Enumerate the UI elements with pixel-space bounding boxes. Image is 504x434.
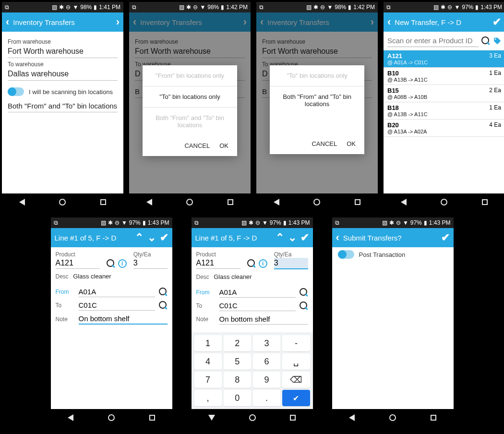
to-bin-value[interactable]: C01C — [219, 301, 296, 311]
product-list-item[interactable]: B18@ A13B -> A11C1 Ea — [384, 102, 504, 120]
to-bin-value[interactable]: C01C — [79, 300, 155, 311]
confirm-button[interactable]: ✔ — [441, 231, 450, 244]
key-9[interactable]: 9 — [253, 372, 280, 388]
dialog-opt-to[interactable]: "To" bin locations only — [270, 65, 364, 86]
key-ok[interactable]: ✔ — [282, 390, 310, 406]
search-icon[interactable] — [300, 288, 308, 297]
recents-nav-button[interactable] — [228, 199, 233, 205]
dialog-ok-button[interactable]: OK — [219, 142, 228, 149]
app-bar: ‹ Inventory Transfers › — [2, 12, 123, 32]
content: Product A121 i Qty/Ea 3 Desc Glass clean… — [192, 247, 313, 409]
scan-bin-toggle[interactable] — [8, 87, 24, 96]
to-warehouse-value[interactable]: Dallas warehouse — [8, 68, 118, 81]
back-nav-button[interactable] — [146, 199, 152, 205]
key-comma[interactable]: , — [194, 390, 222, 406]
dialog-opt-to[interactable]: "To" bin locations only — [143, 86, 237, 108]
screen-1: ⧉ ▧ ✱ ⊖ ▼ 98% ▮ 1:41 PM ‹ Inventory Tran… — [2, 2, 123, 211]
key-6[interactable]: 6 — [253, 353, 280, 370]
prev-button[interactable]: ⌃ — [276, 231, 284, 244]
bin-mode-value[interactable]: Both "From" and "To" bin locations — [8, 102, 118, 112]
recents-nav-button[interactable] — [149, 415, 155, 421]
home-nav-button[interactable] — [249, 414, 256, 421]
info-icon[interactable]: i — [259, 259, 267, 268]
app-bar-title: New Transfer, F -> D — [395, 18, 489, 26]
confirm-button[interactable]: ✔ — [300, 231, 309, 244]
home-nav-button[interactable] — [108, 414, 115, 421]
from-bin-value[interactable]: A01A — [79, 287, 155, 297]
key-space[interactable]: ␣ — [282, 353, 310, 370]
status-bar: ⧉ ▧ ✱ ⊖ ▼ 97% ▮ 1:43 PM — [384, 2, 504, 12]
back-nav-button[interactable] — [349, 414, 355, 421]
key-2[interactable]: 2 — [224, 335, 251, 351]
key-7[interactable]: 7 — [194, 372, 222, 388]
bin-mode-dialog: "From" bin locations only "To" bin locat… — [143, 65, 237, 156]
recents-nav-button[interactable] — [482, 199, 488, 205]
recents-nav-button[interactable] — [431, 415, 436, 421]
back-button[interactable]: ‹ — [6, 16, 9, 28]
back-nav-button[interactable] — [274, 199, 279, 205]
search-icon[interactable] — [159, 301, 168, 310]
key-dot[interactable]: . — [253, 390, 280, 406]
back-nav-button[interactable] — [68, 414, 73, 421]
from-bin-value[interactable]: A01A — [219, 287, 296, 298]
product-list-item[interactable]: B15@ A08B -> A10B2 Ea — [384, 85, 504, 102]
home-nav-button[interactable] — [389, 414, 396, 421]
post-transaction-toggle[interactable] — [338, 250, 354, 259]
dialog-opt-both[interactable]: Both "From" and "To" bin locations — [143, 108, 237, 135]
dialog-cancel-button[interactable]: CANCEL — [312, 140, 337, 147]
key-4[interactable]: 4 — [194, 353, 222, 370]
key-backspace[interactable]: ⌫ — [282, 372, 310, 388]
product-list-item[interactable]: A121@ A01A -> C01C3 Ea — [384, 50, 504, 68]
dialog-opt-both[interactable]: Both "From" and "To" bin locations — [270, 86, 364, 114]
recents-nav-button[interactable] — [290, 415, 296, 421]
product-list-item[interactable]: B20@ A13A -> A02A4 Ea — [384, 120, 504, 137]
next-button[interactable]: ⌄ — [147, 231, 156, 244]
search-icon[interactable] — [159, 288, 168, 296]
back-nav-button[interactable] — [19, 199, 25, 205]
search-icon[interactable] — [481, 36, 490, 45]
confirm-button[interactable]: ✔ — [160, 231, 168, 244]
back-nav-button[interactable] — [208, 415, 215, 421]
key-minus[interactable]: - — [282, 335, 310, 351]
back-nav-button[interactable] — [401, 199, 407, 205]
qty-value[interactable]: 3 — [274, 258, 308, 269]
confirm-button[interactable]: ✔ — [492, 16, 501, 28]
nav-bar — [51, 409, 172, 426]
key-5[interactable]: 5 — [224, 353, 251, 370]
dialog-ok-button[interactable]: OK — [347, 140, 356, 147]
multiwindow-icon: ⧉ — [259, 4, 264, 11]
key-3[interactable]: 3 — [253, 335, 280, 351]
home-nav-button[interactable] — [441, 199, 447, 205]
info-icon[interactable]: i — [118, 259, 127, 268]
product-value[interactable]: A121 — [196, 258, 240, 269]
home-nav-button[interactable] — [186, 199, 193, 205]
recents-nav-button[interactable] — [355, 199, 360, 205]
note-value[interactable]: On bottom shelf — [79, 313, 168, 325]
home-nav-button[interactable] — [313, 199, 320, 205]
qty-value[interactable]: 3 — [133, 258, 168, 269]
from-warehouse-value[interactable]: Fort Worth warehouse — [8, 45, 118, 58]
key-8[interactable]: 8 — [224, 372, 251, 388]
search-icon[interactable] — [300, 301, 308, 310]
next-button[interactable]: ⌄ — [288, 231, 297, 244]
product-value[interactable]: A121 — [56, 258, 100, 269]
app-bar: ‹ Submit Transfers? ✔ — [332, 228, 454, 247]
back-button[interactable]: ‹ — [387, 16, 391, 28]
search-icon[interactable] — [107, 259, 115, 268]
barcode-tag-icon[interactable] — [493, 36, 502, 45]
recents-nav-button[interactable] — [100, 199, 106, 205]
search-icon[interactable] — [247, 259, 256, 268]
forward-button[interactable]: › — [116, 16, 120, 28]
key-1[interactable]: 1 — [194, 335, 222, 351]
dnd-icon: ⊖ — [396, 219, 401, 226]
note-value[interactable]: On bottom shelf — [219, 314, 308, 325]
bluetooth-icon: ✱ — [441, 4, 445, 11]
prev-button[interactable]: ⌃ — [135, 231, 144, 244]
dialog-opt-from[interactable]: "From" bin locations only — [143, 65, 237, 86]
dialog-cancel-button[interactable]: CANCEL — [184, 142, 210, 149]
key-0[interactable]: 0 — [224, 390, 251, 406]
back-button[interactable]: ‹ — [336, 231, 339, 244]
product-search-input[interactable] — [387, 35, 479, 47]
product-list-item[interactable]: B10@ A13B -> A11C1 Ea — [384, 68, 504, 85]
home-nav-button[interactable] — [59, 199, 66, 205]
